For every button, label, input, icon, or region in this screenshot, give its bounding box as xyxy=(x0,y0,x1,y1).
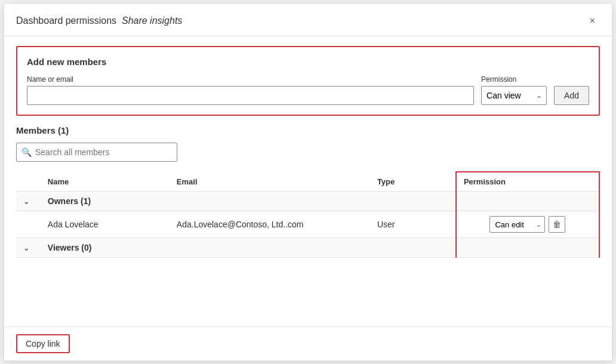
table-row: ⌄ Owners (1) xyxy=(16,192,599,211)
expand-cell-viewers: ⌄ xyxy=(16,238,41,258)
dialog-title-italic: Share insights xyxy=(122,16,182,26)
name-email-label: Name or email xyxy=(27,75,474,84)
name-email-group: Name or email xyxy=(27,75,474,105)
th-email: Email xyxy=(170,172,370,192)
group-name-viewers: Viewers (0) xyxy=(41,238,456,258)
dialog-body: Add new members Name or email Permission… xyxy=(4,36,612,326)
can-edit-dropdown-wrap: Can edit Can view Can manage xyxy=(489,216,545,233)
member-type-ada: User xyxy=(370,211,456,238)
th-type: Type xyxy=(370,172,456,192)
permission-select[interactable]: Can view Can edit Can manage xyxy=(481,86,547,105)
add-form-row: Name or email Permission Can view Can ed… xyxy=(27,75,589,105)
group-name-owners: Owners (1) xyxy=(41,192,456,211)
permission-group: Permission Can view Can edit Can manage xyxy=(481,75,547,105)
permission-cell-owners-group xyxy=(456,192,599,211)
dialog-footer: Copy link xyxy=(4,326,612,360)
members-section: Members (1) 🔍 Name Email Type Permission xyxy=(4,125,612,326)
can-edit-select[interactable]: Can edit Can view Can manage xyxy=(489,216,545,233)
dialog-header: Dashboard permissions Share insights × xyxy=(4,4,612,36)
search-input[interactable] xyxy=(35,147,172,157)
table-row: Ada Lovelace Ada.Lovelace@Contoso, Ltd..… xyxy=(16,211,599,238)
th-expand xyxy=(16,172,41,192)
table-header-row: Name Email Type Permission xyxy=(16,172,599,192)
expand-cell-ada xyxy=(16,211,41,238)
members-heading: Members (1) xyxy=(16,125,600,135)
collapse-icon-owners[interactable]: ⌄ xyxy=(23,198,29,206)
th-permission: Permission xyxy=(456,172,599,192)
permission-dropdown-wrap: Can view Can edit Can manage xyxy=(481,86,547,105)
members-table: Name Email Type Permission ⌄ Owners (1) xyxy=(16,171,600,258)
member-name-ada: Ada Lovelace xyxy=(41,211,170,238)
dialog-container: Dashboard permissions Share insights × A… xyxy=(4,3,612,361)
copy-link-button[interactable]: Copy link xyxy=(16,334,70,353)
collapse-icon-viewers[interactable]: ⌄ xyxy=(23,244,29,252)
search-box: 🔍 xyxy=(16,143,177,162)
add-members-heading: Add new members xyxy=(27,57,589,67)
delete-member-button-ada[interactable]: 🗑 xyxy=(549,216,565,233)
can-edit-wrap: Can edit Can view Can manage 🗑 xyxy=(464,216,592,233)
name-email-input[interactable] xyxy=(27,86,474,105)
trash-icon: 🗑 xyxy=(553,220,561,229)
search-icon: 🔍 xyxy=(21,147,32,157)
expand-cell-owners: ⌄ xyxy=(16,192,41,211)
table-row: ⌄ Viewers (0) xyxy=(16,238,599,258)
member-email-ada: Ada.Lovelace@Contoso, Ltd..com xyxy=(170,211,370,238)
close-button[interactable]: × xyxy=(585,13,600,29)
dialog-title-plain: Dashboard permissions xyxy=(16,16,116,26)
permission-cell-viewers-group xyxy=(456,238,599,258)
dialog-title: Dashboard permissions Share insights xyxy=(16,16,182,26)
table-header: Name Email Type Permission xyxy=(16,172,599,192)
th-name: Name xyxy=(41,172,170,192)
table-body: ⌄ Owners (1) Ada Lovelace Ada.Lovelace@C… xyxy=(16,192,599,258)
add-button[interactable]: Add xyxy=(554,86,589,105)
add-members-section: Add new members Name or email Permission… xyxy=(16,46,600,116)
permission-label: Permission xyxy=(481,75,547,84)
permission-cell-ada: Can edit Can view Can manage 🗑 xyxy=(456,211,599,238)
